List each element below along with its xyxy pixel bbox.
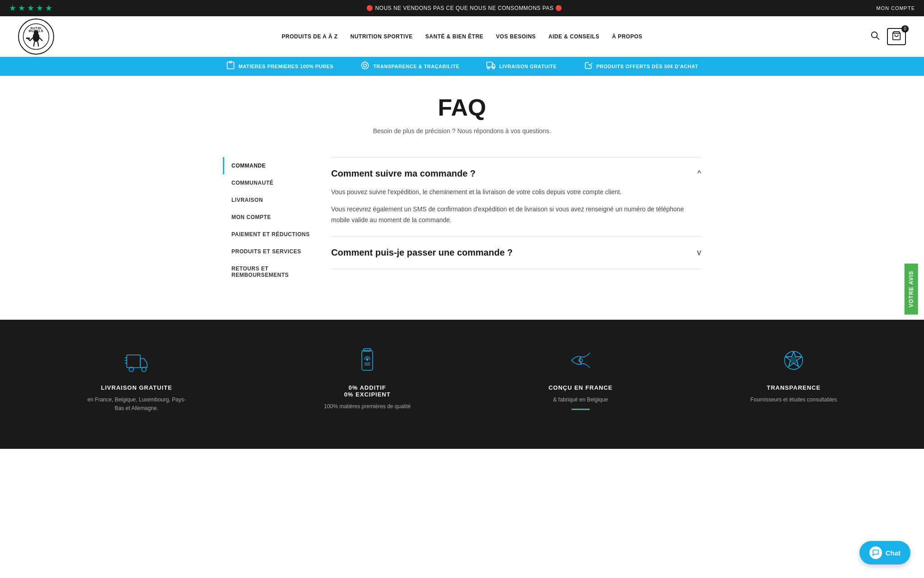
footer: LIVRAISON GRATUITE en France, Belgique, … [0,320,924,449]
footer-feature-concu: CONÇU EN FRANCE & fabriqué en Belgique [549,347,613,410]
nav-apropos[interactable]: À PROPOS [612,33,642,40]
search-button[interactable] [870,30,880,42]
benefits-bar: MATIÈRES PREMIÈRES 100% PURES TRANSPAREN… [0,57,924,76]
main-nav: PRODUITS DE A À Z NUTRITION SPORTIVE SAN… [282,33,642,40]
faq-question-1: Comment suivre ma commande ? [331,168,476,179]
svg-rect-18 [487,62,493,67]
benefit-produits: PRODUITS OFFERTS DÈS 50€ D'ACHAT [584,61,698,72]
additif-feature-icon [324,347,411,378]
transparence-icon [360,61,370,72]
livraison-feature-title: LIVRAISON GRATUITE [87,384,186,391]
footer-feature-additif: 0% ADDITIF 0% EXCIPIENT 100% matières pr… [324,347,411,411]
cart-button[interactable]: 0 [887,28,906,45]
concu-feature-desc: & fabriqué en Belgique [549,396,613,404]
sidebar-item-produits[interactable]: PRODUITS ET SERVICES [223,243,313,260]
svg-text:NUTRI: NUTRI [31,26,42,29]
svg-rect-28 [364,349,371,351]
svg-line-6 [40,38,42,41]
account-link[interactable]: MON COMPTE [876,5,915,11]
nav-sante[interactable]: SANTÉ & BIEN ÊTRE [425,33,484,40]
footer-feature-livraison: LIVRAISON GRATUITE en France, Belgique, … [87,347,186,413]
faq-answer-1: Vous pouvez suivre l'expédition, le chem… [331,187,701,225]
additif-feature-desc: 100% matières premières de qualité [324,402,411,411]
cart-count: 0 [901,25,909,33]
sidebar-item-retours[interactable]: RETOURS ET REMBOURSEMENTS [223,260,313,284]
sidebar-item-paiement[interactable]: PAIEMENT ET RÉDUCTIONS [223,226,313,243]
additif-feature-title: 0% ADDITIF 0% EXCIPIENT [324,384,411,398]
sidebar-item-livraison[interactable]: LIVRAISON [223,191,313,209]
svg-line-8 [38,42,39,46]
svg-point-34 [790,357,797,364]
logo-area[interactable]: NUTRI MUSCLE [18,19,54,55]
faq-layout: COMMANDE COMMUNAUTÉ LIVRAISON MON COMPTE… [223,157,701,284]
nav-produits-az[interactable]: PRODUITS DE A À Z [282,33,337,40]
faq-title: FAQ [223,94,701,121]
footer-features: LIVRAISON GRATUITE en France, Belgique, … [18,347,906,431]
concu-feature-title: CONÇU EN FRANCE [549,384,613,391]
produits-icon [584,61,593,72]
benefit-livraison: LIVRAISON GRATUITE [486,61,556,72]
faq-answer-1-p1: Vous pouvez suivre l'expédition, le chem… [331,187,701,198]
svg-line-5 [30,38,33,41]
transparence-feature-icon [750,347,837,378]
header: NUTRI MUSCLE PRODUITS DE A À Z NUTRITION… [0,16,924,57]
sidebar-item-mon-compte[interactable]: MON COMPTE [223,209,313,226]
faq-subtitle: Besoin de plus de précision ? Nous répon… [223,127,701,135]
header-icons: 0 [870,28,906,45]
livraison-icon [486,61,495,72]
faq-question-2: Comment puis-je passer une commande ? [331,247,513,258]
benefit-matieres: MATIÈRES PREMIÈRES 100% PURES [226,61,334,72]
star-3: ★ [27,3,34,13]
benefit-livraison-label: LIVRAISON GRATUITE [499,64,556,69]
matieres-icon [226,61,235,72]
transparence-feature-desc: Fournisseurs et études consultables [750,396,837,404]
faq-item-2: Comment puis-je passer une commande ? v [331,236,701,269]
svg-point-16 [364,64,367,67]
svg-point-4 [34,30,39,35]
svg-point-19 [488,67,490,69]
benefit-produits-label: PRODUITS OFFERTS DÈS 50€ D'ACHAT [596,64,698,69]
transparence-feature-title: TRANSPARENCE [750,384,837,391]
faq-page: FAQ Besoin de plus de précision ? Nous r… [214,76,710,320]
nav-besoins[interactable]: VOS BESOINS [496,33,536,40]
svg-point-29 [366,359,368,360]
nav-aide[interactable]: AIDE & CONSEILS [549,33,600,40]
faq-item-1: Comment suivre ma commande ? ^ Vous pouv… [331,157,701,236]
top-bar: ★ ★ ★ ★ ★ 🔴 NOUS NE VENDONS PAS CE QUE N… [0,0,924,16]
svg-point-20 [493,67,494,69]
livraison-feature-desc: en France, Belgique, Luxembourg, Pays-Ba… [87,396,186,413]
star-5: ★ [45,3,52,13]
svg-line-7 [34,42,35,46]
svg-line-12 [877,37,879,39]
benefit-transparence: TRANSPARENCE & TRAÇABILITÉ [360,61,459,72]
benefit-matieres-label: MATIÈRES PREMIÈRES 100% PURES [239,64,334,69]
livraison-feature-icon [87,347,186,378]
svg-rect-21 [127,355,140,368]
star-1: ★ [9,3,16,13]
faq-question-row-1[interactable]: Comment suivre ma commande ? ^ [331,168,701,179]
sidebar-item-communaute[interactable]: COMMUNAUTÉ [223,174,313,191]
faq-chevron-2: v [697,248,701,257]
star-4: ★ [36,3,43,13]
trust-stars: ★ ★ ★ ★ ★ [9,3,52,13]
votre-avis-tab[interactable]: Votre avis [904,263,918,314]
faq-answer-1-p2: Vous recevrez également un SMS de confir… [331,204,701,226]
footer-feature-transparence: TRANSPARENCE Fournisseurs et études cons… [750,347,837,404]
announcement-text: 🔴 NOUS NE VENDONS PAS CE QUE NOUS NE CON… [52,5,876,11]
svg-point-15 [362,62,369,69]
concu-feature-line [572,409,590,410]
svg-rect-14 [229,61,231,63]
sidebar-item-commande[interactable]: COMMANDE [223,157,313,174]
nav-nutrition[interactable]: NUTRITION SPORTIVE [351,33,413,40]
logo[interactable]: NUTRI MUSCLE [18,19,54,55]
svg-rect-10 [26,37,30,39]
faq-content: Comment suivre ma commande ? ^ Vous pouv… [331,157,701,269]
faq-sidebar: COMMANDE COMMUNAUTÉ LIVRAISON MON COMPTE… [223,157,313,284]
star-2: ★ [18,3,25,13]
benefit-transparence-label: TRANSPARENCE & TRAÇABILITÉ [373,64,459,69]
concu-feature-icon [549,347,613,378]
faq-chevron-1: ^ [698,169,701,178]
faq-question-row-2[interactable]: Comment puis-je passer une commande ? v [331,247,701,258]
